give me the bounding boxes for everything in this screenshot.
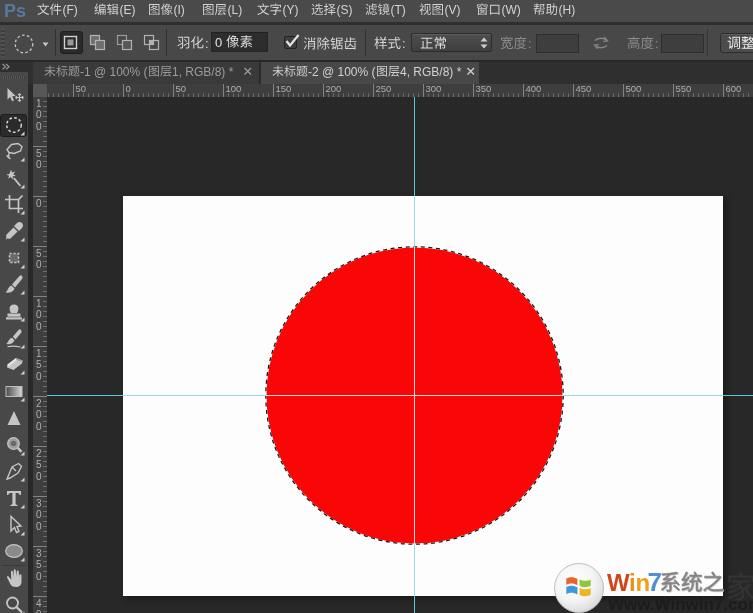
svg-text:0: 0 [36,409,42,420]
svg-text:0: 0 [36,571,42,582]
svg-text:500: 500 [626,84,642,94]
svg-text:(Y): (Y) [283,3,299,17]
svg-text:5: 5 [36,248,42,259]
svg-text:0: 0 [36,509,42,520]
svg-text:450: 450 [576,84,592,94]
svg-text:(W): (W) [502,3,521,17]
svg-text:100: 100 [226,84,242,94]
svg-text:1: 1 [36,98,42,109]
svg-text:3: 3 [36,548,42,559]
svg-text:5: 5 [36,148,42,159]
svg-text:200: 200 [326,84,342,94]
svg-text:0: 0 [36,259,42,270]
svg-text::: : [205,36,209,51]
svg-text:7: 7 [648,567,662,597]
svg-text:150: 150 [276,84,292,94]
svg-text:4, RGB/8) *: 4, RGB/8) * [400,65,462,79]
svg-text:0: 0 [36,521,42,532]
svg-text:(V): (V) [445,3,461,17]
svg-text:0: 0 [36,309,42,320]
svg-text:5: 5 [36,459,42,470]
svg-text::: : [528,36,532,51]
svg-text:(I): (I) [174,3,185,17]
svg-text:0: 0 [36,421,42,432]
svg-text:350: 350 [476,84,492,94]
svg-text:2: 2 [36,448,42,459]
svg-text:250: 250 [376,84,392,94]
svg-text:5: 5 [36,559,42,570]
svg-text:0: 0 [36,198,42,209]
svg-text:0: 0 [36,609,42,613]
svg-text:50: 50 [176,84,187,94]
svg-text:0: 0 [36,121,42,132]
svg-text:0: 0 [36,371,42,382]
svg-text:0: 0 [126,84,131,94]
svg-text:1: 1 [36,298,42,309]
svg-text:4: 4 [36,598,42,609]
svg-text:0: 0 [36,321,42,332]
svg-text:0: 0 [36,471,42,482]
svg-text:1: 1 [36,348,42,359]
svg-text:2: 2 [36,398,42,409]
svg-text:5: 5 [36,359,42,370]
svg-text:300: 300 [426,84,442,94]
svg-text:1, RGB/8) *: 1, RGB/8) * [172,65,234,79]
svg-text:(S): (S) [337,3,353,17]
svg-text:-1 @ 100% (: -1 @ 100% ( [80,65,148,79]
svg-text:400: 400 [526,84,542,94]
svg-text::: : [655,36,659,51]
svg-text:(L): (L) [228,3,243,17]
svg-text:0: 0 [36,109,42,120]
svg-text:3: 3 [36,498,42,509]
svg-text:0: 0 [36,159,42,170]
svg-text:600: 600 [726,84,742,94]
svg-text:(T): (T) [391,3,406,17]
svg-text:(F): (F) [63,3,78,17]
svg-text:Www.Winwin7.com: Www.Winwin7.com [608,595,753,613]
svg-text:(H): (H) [559,3,576,17]
svg-text:50: 50 [76,84,87,94]
svg-text:-2 @ 100% (: -2 @ 100% ( [308,65,376,79]
svg-text:550: 550 [676,84,692,94]
svg-text::: : [402,36,406,51]
svg-text:0: 0 [215,35,222,50]
svg-text:W: W [607,569,630,596]
svg-text:(E): (E) [120,3,136,17]
